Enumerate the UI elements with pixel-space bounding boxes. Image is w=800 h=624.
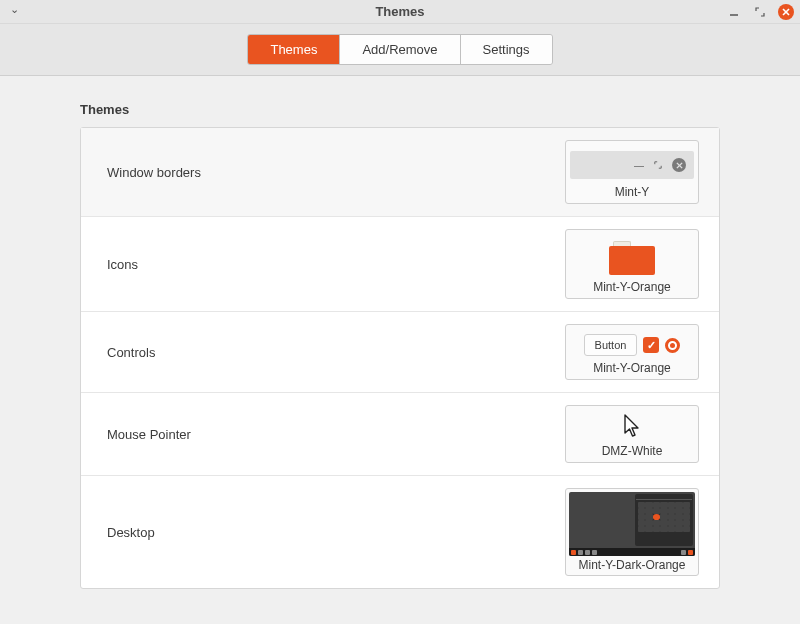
picker-caption: Mint-Y: [570, 185, 694, 199]
window-title: Themes: [0, 4, 800, 19]
toolbar: Themes Add/Remove Settings: [0, 24, 800, 76]
themes-panel: Window borders — Mint-Y: [80, 127, 720, 589]
row-icons: Icons Mint-Y-Orange: [81, 217, 719, 312]
sample-checkbox-icon: ✓: [643, 337, 659, 353]
row-window-borders: Window borders — Mint-Y: [81, 128, 719, 217]
row-mouse-pointer: Mouse Pointer DMZ-White: [81, 393, 719, 476]
picker-caption: DMZ-White: [570, 444, 694, 458]
tab-add-remove[interactable]: Add/Remove: [340, 35, 460, 64]
calendar-widget-icon: [635, 494, 693, 546]
controls-sample: Button ✓: [584, 334, 681, 356]
preview-close-icon: [672, 158, 686, 172]
taskbar-preview: [569, 548, 695, 556]
tab-themes[interactable]: Themes: [248, 35, 340, 64]
tabstrip: Themes Add/Remove Settings: [247, 34, 552, 65]
picker-controls[interactable]: Button ✓ Mint-Y-Orange: [565, 324, 699, 380]
preview-desktop: [569, 492, 695, 556]
picker-desktop[interactable]: Mint-Y-Dark-Orange: [565, 488, 699, 576]
row-label: Controls: [107, 345, 155, 360]
preview-window-borders: —: [570, 147, 694, 183]
row-label: Desktop: [107, 525, 155, 540]
picker-caption: Mint-Y-Orange: [570, 280, 694, 294]
preview-mouse-pointer: [570, 412, 694, 442]
preview-controls: Button ✓: [570, 331, 694, 359]
window-controls: [726, 4, 794, 20]
preview-icons: [570, 238, 694, 278]
preview-maximize-icon: [654, 160, 662, 171]
folder-icon: [609, 241, 655, 275]
titlebar: ⌄ Themes: [0, 0, 800, 24]
sample-radio-icon: [665, 338, 680, 353]
content-area: Themes Window borders — Mint-Y: [0, 76, 800, 589]
row-label: Icons: [107, 257, 138, 272]
picker-caption: Mint-Y-Dark-Orange: [569, 558, 695, 572]
cursor-arrow-icon: [623, 414, 641, 440]
section-title: Themes: [80, 102, 720, 117]
picker-window-borders[interactable]: — Mint-Y: [565, 140, 699, 204]
tab-settings[interactable]: Settings: [461, 35, 552, 64]
picker-mouse-pointer[interactable]: DMZ-White: [565, 405, 699, 463]
row-desktop: Desktop: [81, 476, 719, 588]
picker-icons[interactable]: Mint-Y-Orange: [565, 229, 699, 299]
app-menu-indicator-icon[interactable]: ⌄: [10, 3, 19, 16]
window-decoration-preview: —: [570, 151, 694, 179]
row-label: Window borders: [107, 165, 201, 180]
minimize-button[interactable]: [726, 4, 742, 20]
close-button[interactable]: [778, 4, 794, 20]
sample-button: Button: [584, 334, 638, 356]
row-label: Mouse Pointer: [107, 427, 191, 442]
preview-minimize-icon: —: [634, 160, 644, 171]
picker-caption: Mint-Y-Orange: [570, 361, 694, 375]
maximize-button[interactable]: [752, 4, 768, 20]
row-controls: Controls Button ✓ Mint-Y-Orange: [81, 312, 719, 393]
